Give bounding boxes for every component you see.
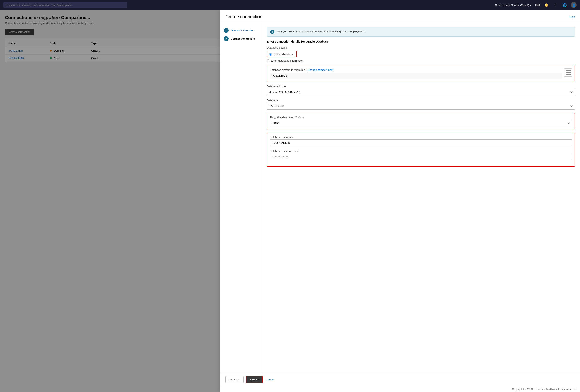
main-content: Connections in migration Compartme... Co… — [0, 10, 580, 392]
pluggable-optional: Optional — [295, 116, 304, 119]
step-2-number: 2 — [224, 36, 229, 41]
select-database-radio-wrapper: Select database — [267, 51, 297, 57]
step-1-number: 1 — [224, 28, 229, 33]
info-icon: i — [270, 30, 274, 34]
section-title: Enter connection details for Oracle Data… — [267, 40, 575, 43]
g-dot — [569, 70, 571, 72]
db-home-group: Database home dbhome20230504084719 — [267, 85, 575, 96]
db-system-label: Database system in migration (Change com… — [270, 68, 562, 72]
previous-button[interactable]: Previous — [225, 376, 244, 383]
credentials-group: Database username Database user password — [267, 133, 575, 167]
username-input[interactable] — [270, 139, 572, 146]
modal-footer: Previous Create Cancel — [220, 373, 580, 386]
modal-header: Create connection Help — [220, 10, 580, 23]
db-home-select[interactable]: dbhome20230504084719 — [267, 89, 575, 96]
db-system-inner: Database system in migration (Change com… — [270, 68, 572, 79]
region-label: South Korea Central (Seoul) — [495, 3, 529, 7]
db-system-value: TARGDBCS — [270, 73, 562, 79]
g-dot — [567, 70, 569, 72]
search-input[interactable] — [3, 2, 127, 8]
pluggable-db-group: Pluggable database Optional PDB1 — [267, 113, 575, 129]
user-avatar[interactable]: 👤 — [571, 2, 577, 8]
g-dot — [567, 72, 569, 73]
database-group: Database TARGDBCS — [267, 99, 575, 109]
modal-panel: Create connection Help 1 General informa… — [220, 10, 580, 392]
enter-database-label: Enter database information — [271, 59, 303, 62]
form-content: i After you create the connection, ensur… — [262, 23, 580, 373]
steps-sidebar: 1 General information 2 Connection detai… — [220, 23, 262, 373]
database-details-label: Database details — [267, 46, 575, 49]
db-system-field: Database system in migration (Change com… — [270, 68, 562, 79]
g-dot — [569, 72, 571, 73]
region-selector[interactable]: South Korea Central (Seoul) ▾ — [495, 3, 531, 7]
help-icon[interactable]: ? — [553, 2, 559, 8]
chevron-down-icon: ▾ — [530, 3, 531, 7]
pluggable-label: Pluggable database Optional — [270, 116, 572, 119]
pluggable-select[interactable]: PDB1 — [270, 120, 572, 126]
step-2-item[interactable]: 2 Connection details — [224, 36, 258, 41]
db-system-field-group: Database system in migration (Change com… — [267, 66, 575, 81]
modal-body: 1 General information 2 Connection detai… — [220, 23, 580, 373]
grid-icon-inner — [566, 70, 571, 75]
create-button[interactable]: Create — [246, 376, 262, 383]
password-group: Database user password — [270, 150, 572, 160]
copyright-text: Copyright © 2023, Oracle and/or its affi… — [220, 386, 580, 392]
step-1-label: General information — [231, 29, 254, 32]
top-navigation: South Korea Central (Seoul) ▾ ⌨ 🔔 ? 🌐 👤 — [0, 0, 580, 10]
modal-title: Create connection — [225, 14, 262, 19]
password-label: Database user password — [270, 150, 572, 153]
database-details-group: Database details Select database Enter d… — [267, 46, 575, 62]
search-bar[interactable] — [3, 2, 127, 8]
step-1-item[interactable]: 1 General information — [224, 28, 258, 33]
g-dot — [566, 74, 567, 75]
g-dot — [566, 72, 567, 73]
enter-database-radio[interactable] — [267, 59, 270, 62]
bell-icon[interactable]: 🔔 — [544, 2, 549, 8]
cancel-button[interactable]: Cancel — [265, 376, 275, 383]
select-database-radio[interactable] — [269, 53, 272, 56]
db-home-label: Database home — [267, 85, 575, 88]
change-compartment-link[interactable]: (Change compartment) — [307, 68, 334, 72]
step-2-label: Connection details — [231, 37, 255, 40]
database-label: Database — [267, 99, 575, 102]
select-database-label: Select database — [274, 52, 294, 56]
g-dot — [566, 70, 567, 72]
globe-icon[interactable]: 🌐 — [562, 2, 568, 8]
enter-db-info-item: Enter database information — [267, 59, 575, 62]
top-nav-right: South Korea Central (Seoul) ▾ ⌨ 🔔 ? 🌐 👤 — [495, 2, 577, 8]
info-text: After you create the connection, ensure … — [277, 30, 365, 33]
g-dot — [569, 74, 571, 75]
g-dot — [567, 74, 569, 75]
grid-picker-icon[interactable] — [564, 68, 572, 77]
password-input[interactable] — [270, 154, 572, 160]
info-banner: i After you create the connection, ensur… — [267, 27, 575, 37]
username-label: Database username — [270, 136, 572, 139]
database-select[interactable]: TARGDBCS — [267, 103, 575, 109]
help-link[interactable]: Help — [570, 15, 575, 18]
code-icon[interactable]: ⌨ — [535, 2, 540, 8]
username-group: Database username — [270, 136, 572, 146]
